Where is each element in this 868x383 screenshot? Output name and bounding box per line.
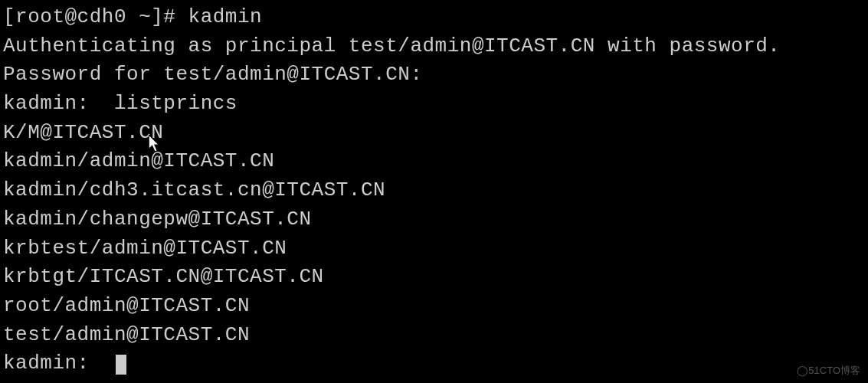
shell-prompt-line: [root@cdh0 ~]# kadmin — [3, 3, 865, 32]
auth-message: Authenticating as principal test/admin@I… — [3, 32, 865, 61]
principal-entry: root/admin@ITCAST.CN — [3, 292, 865, 321]
kadmin-prompt-text: kadmin: — [3, 352, 114, 375]
principal-entry: krbtest/admin@ITCAST.CN — [3, 234, 865, 264]
watermark-logo-icon: ◯ — [797, 365, 808, 376]
watermark-text: ◯51CTO博客 — [797, 364, 860, 378]
principal-entry: kadmin/admin@ITCAST.CN — [3, 147, 865, 176]
principal-entry: krbtgt/ITCAST.CN@ITCAST.CN — [3, 263, 865, 292]
principal-entry: test/admin@ITCAST.CN — [3, 321, 865, 350]
principal-entry: kadmin/changepw@ITCAST.CN — [3, 205, 865, 234]
principal-entry: K/M@ITCAST.CN — [3, 119, 865, 148]
kadmin-command-line: kadmin: listprincs — [3, 90, 865, 119]
kadmin-prompt[interactable]: kadmin: — [3, 349, 865, 378]
principal-entry: kadmin/cdh3.itcast.cn@ITCAST.CN — [3, 176, 865, 205]
terminal-cursor — [116, 355, 126, 375]
password-prompt: Password for test/admin@ITCAST.CN: — [3, 61, 865, 90]
